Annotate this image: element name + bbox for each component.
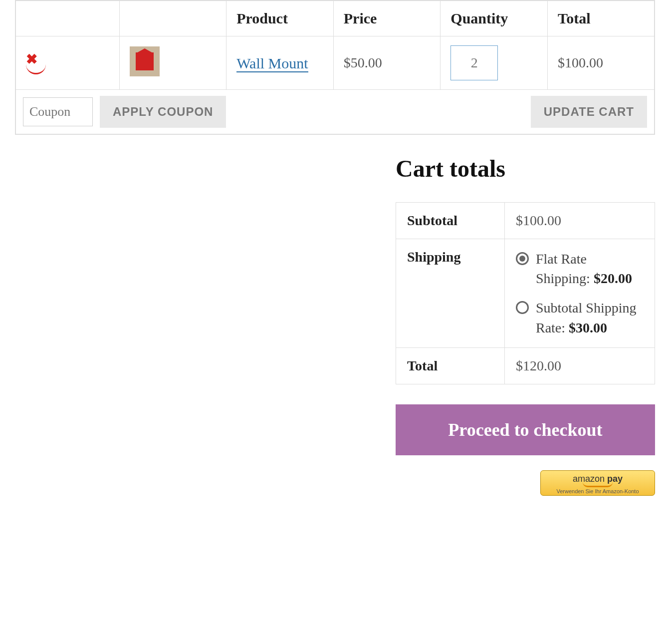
coupon-code-input[interactable] [23,97,93,126]
cart-item-thumb-cell [119,36,226,90]
col-qty-header: Quantity [441,0,548,36]
cart-item-total-cell: $100.00 [547,36,655,90]
shipping-label: Shipping [396,239,505,348]
shipping-option-price: $30.00 [569,320,607,335]
cart-item-qty-cell [441,36,548,90]
cart-table: Product Price Quantity Total ✖ [15,0,655,135]
total-row: Total $120.00 [396,347,655,384]
shipping-option-label: Flat Rate Shipping: [536,251,594,286]
subtotal-row: Subtotal $100.00 [396,203,655,239]
shipping-option-price: $20.00 [594,271,632,286]
proceed-to-checkout-button[interactable]: Proceed to checkout [396,404,655,455]
radio-unchecked-icon [516,301,529,314]
radio-checked-icon [516,252,529,265]
quantity-input[interactable] [450,45,498,80]
shipping-option-subtotal-rate[interactable]: Subtotal Shipping Rate: $30.00 [516,298,644,337]
apply-coupon-button[interactable]: APPLY COUPON [100,96,226,128]
amazon-pay-button[interactable]: amazon pay Verwenden Sie Ihr Amazon-Kont… [540,470,655,496]
subtotal-label: Subtotal [396,203,505,239]
amazon-pay-logo: amazon pay [541,474,655,484]
col-price-header: Price [333,0,441,36]
close-icon: ✖ [26,51,37,67]
amazon-pay-subtext: Verwenden Sie Ihr Amazon-Konto [541,488,655,494]
cart-totals-section: Cart totals Subtotal $100.00 Shipping Fl… [396,155,655,496]
shipping-option-flat-rate[interactable]: Flat Rate Shipping: $20.00 [516,249,644,288]
product-thumbnail-link[interactable] [130,64,160,79]
total-label: Total [396,347,505,384]
cart-item-price-cell: $50.00 [333,36,441,90]
remove-item-button[interactable]: ✖ [26,52,37,66]
cart-actions-row: APPLY COUPON UPDATE CART [15,90,655,135]
cart-totals-table: Subtotal $100.00 Shipping Flat Rate Ship… [396,202,655,384]
cart-header-row: Product Price Quantity Total [15,0,655,36]
cart-item-remove-cell: ✖ [15,36,119,90]
shipping-row: Shipping Flat Rate Shipping: $20.00 Subt… [396,239,655,348]
col-thumb-header [119,0,226,36]
update-cart-button[interactable]: UPDATE CART [531,96,647,128]
cart-item-product-cell: Wall Mount [226,36,334,90]
col-product-header: Product [226,0,334,36]
item-line-total: $100.00 [558,55,603,70]
cart-totals-heading: Cart totals [396,155,655,182]
subtotal-value: $100.00 [504,203,655,239]
item-price: $50.00 [344,55,382,70]
col-total-header: Total [547,0,655,36]
product-thumbnail [130,46,160,76]
product-name-link[interactable]: Wall Mount [236,55,308,72]
cart-item-row: ✖ Wall Mount $50.00 [15,36,655,90]
total-value: $120.00 [504,347,655,384]
col-remove-header [15,0,119,36]
shipping-options-list: Flat Rate Shipping: $20.00 Subtotal Ship… [516,249,644,337]
